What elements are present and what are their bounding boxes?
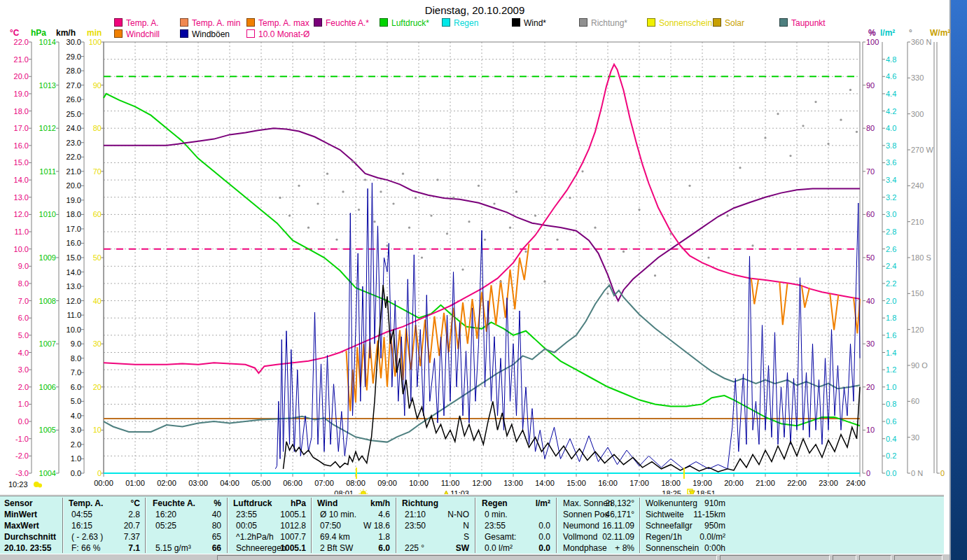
- axis-tick-label-degC: -3.0: [15, 469, 29, 477]
- info-value: + 8%: [615, 543, 634, 554]
- axis-unit-label: hPa: [31, 28, 46, 38]
- legend-swatch-icon: [512, 18, 520, 27]
- table-value: 23:55: [236, 510, 257, 520]
- axis-tick-label-kmh: 8.0: [71, 354, 81, 363]
- axis-tick-label-kmh: 14.0: [67, 268, 81, 276]
- x-axis-label: 19:00: [693, 479, 712, 487]
- axis-tick-label-hPa: 1010: [39, 210, 56, 218]
- axis-tick-label-degC: 1.0: [18, 400, 29, 408]
- legend-item: Luftdruck*: [380, 18, 429, 27]
- axis-tick-label-degC: 0.0: [18, 417, 29, 426]
- table-value: 1005.1: [280, 510, 306, 520]
- info-label: Mondphase: [563, 543, 607, 554]
- info-value: 0.0l/m²: [700, 532, 725, 542]
- x-axis-label: 07:00: [314, 479, 334, 487]
- axis-unit-label: km/h: [56, 28, 76, 38]
- column-header: Temp. A.: [69, 498, 103, 509]
- column-header: Regen: [482, 498, 508, 509]
- axis-tick-label-degC: 15.0: [14, 158, 29, 167]
- axis-tick-label-lm2: 0.2: [886, 451, 896, 460]
- table-value: 04:55: [71, 510, 92, 520]
- legend-item: Feuchte A.*: [314, 18, 369, 27]
- axis-unit-label: %: [868, 28, 876, 38]
- axis-tick-label-hPa: 1008: [39, 297, 56, 305]
- column-header: Feuchte A.: [153, 498, 195, 509]
- axis-tick-label-deg: 120: [911, 326, 924, 334]
- status-panel: [833, 555, 856, 560]
- axis-tick-label-lm2: 3.8: [886, 141, 896, 150]
- x-axis-label: 23:00: [819, 479, 838, 487]
- axis-tick-label-pct: 100: [866, 38, 879, 46]
- axis-tick-label-lm2: 2.6: [886, 245, 896, 253]
- axis-tick-label-wm2: 0: [940, 469, 945, 477]
- x-axis-label: 01:00: [125, 479, 145, 487]
- x-axis-label: 15:00: [566, 479, 586, 487]
- legend-swatch-icon: [713, 18, 721, 27]
- axis-tick-label-kmh: 12.0: [67, 297, 81, 305]
- x-axis-label: 24:00: [846, 479, 865, 487]
- axis-tick-label-hPa: 1006: [39, 383, 56, 391]
- column-header: Wind: [317, 498, 338, 509]
- row-label: Sensor: [4, 498, 33, 509]
- legend-swatch-icon: [442, 18, 450, 27]
- axis-tick-label-pct: 90: [866, 81, 875, 90]
- axis-tick-label-deg: 90 O: [911, 361, 928, 370]
- info-value: 910m: [704, 498, 725, 509]
- legend-swatch-icon: [779, 18, 788, 27]
- legend-swatch-icon: [114, 29, 123, 38]
- info-value: -46,171°: [603, 510, 635, 520]
- table-value: F: 66 %: [71, 543, 100, 554]
- table-value: 80: [212, 521, 221, 531]
- axis-tick-label-hPa: 1014: [39, 38, 56, 46]
- axis-tick-label-lm2: 4.0: [886, 124, 896, 132]
- axis-tick-label-lm2: 2.0: [886, 297, 896, 305]
- table-value: 0.0: [538, 521, 550, 531]
- column-unit: °C: [131, 498, 140, 509]
- desktop: Dienstag, 20.10.2009 °ChPakm/hmin%l/m²°W…: [0, 0, 967, 560]
- axis-tick-label-min: 90: [93, 81, 102, 90]
- axis-tick-label-deg: 300: [911, 110, 924, 118]
- row-label: 20.10. 23:55: [4, 543, 51, 554]
- info-value: 02.11.09: [602, 532, 634, 542]
- axis-tick-label-lm2: 1.0: [886, 383, 896, 391]
- status-panel: [720, 555, 830, 560]
- series-windboeen: [275, 183, 860, 469]
- axis-unit-label: W/m²: [930, 28, 950, 38]
- table-value: Ø 10 min.: [320, 510, 356, 520]
- axis-tick-label-degC: 8.0: [18, 279, 29, 288]
- series-windchill: [854, 298, 860, 334]
- axis-tick-label-deg: 0 N: [911, 469, 923, 477]
- axis-tick-label-hPa: 1004: [39, 469, 56, 477]
- legend-swatch-icon: [579, 18, 587, 27]
- table-value: 2 Bft SW: [320, 543, 353, 554]
- axis-tick-label-lm2: 0.6: [886, 417, 896, 426]
- table-value: 00:05: [236, 521, 257, 531]
- axis-tick-label-min: 50: [93, 253, 102, 262]
- legend-item: Sonnenschein: [647, 18, 712, 27]
- axis-tick-label-degC: 14.0: [14, 176, 29, 184]
- axis-tick-label-lm2: 2.8: [886, 227, 896, 236]
- info-value: 0:00h: [704, 543, 725, 554]
- axis-tick-label-kmh: 29.0: [67, 52, 81, 61]
- axis-tick-label-kmh: 16.0: [67, 239, 81, 247]
- row-label: MinWert: [4, 510, 37, 520]
- table-value: 21:10: [405, 510, 426, 520]
- column-header: Luftdruck: [233, 498, 272, 509]
- legend-swatch-icon: [246, 18, 255, 27]
- table-value: SW: [456, 543, 469, 554]
- axis-tick-label-deg: 360 N: [911, 38, 931, 46]
- x-axis-label: 06:00: [283, 479, 302, 487]
- legend-swatch-icon: [114, 18, 123, 27]
- x-axis-label: 14:00: [535, 479, 555, 487]
- axis-tick-label-min: 100: [89, 38, 102, 46]
- axis-tick-label-kmh: 20.0: [67, 181, 81, 190]
- axis-tick-label-deg: 180 S: [911, 253, 931, 262]
- axis-tick-label-lm2: 0.8: [886, 400, 896, 408]
- table-value: S: [464, 532, 469, 542]
- axis-tick-label-deg: 150: [911, 289, 924, 298]
- table-value: 40: [212, 510, 221, 520]
- x-axis-label: 11:00: [441, 479, 460, 487]
- axis-tick-label-degC: 7.0: [18, 297, 29, 305]
- status-panel: [217, 555, 717, 560]
- axis-tick-label-pct: 70: [866, 167, 875, 176]
